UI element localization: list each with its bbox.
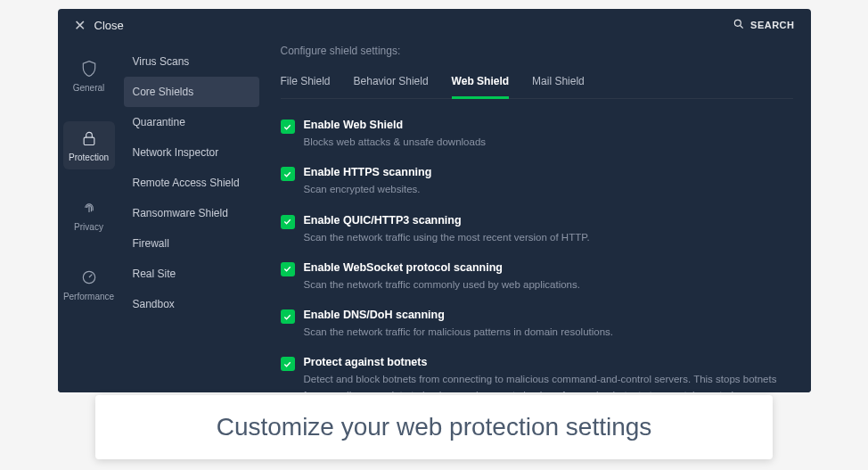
shield-icon (79, 59, 99, 78)
setting-title: Enable HTTPS scanning (304, 166, 793, 178)
close-label: Close (94, 19, 124, 32)
nav-label: General (73, 83, 105, 93)
setting-text: Protect against botnetsDetect and block … (304, 356, 793, 392)
setting-title: Enable WebSocket protocol scanning (304, 261, 793, 274)
sub-item-virus-scans[interactable]: Virus Scans (120, 46, 263, 77)
caption-card: Customize your web protection settings (95, 395, 773, 459)
close-icon: ✕ (74, 17, 86, 34)
setting-row: Protect against botnetsDetect and block … (281, 356, 793, 392)
setting-title: Enable Web Shield (304, 119, 793, 131)
setting-title: Enable DNS/DoH scanning (304, 309, 793, 321)
checkbox[interactable] (281, 167, 295, 181)
setting-row: Enable HTTPS scanningScan encrypted webs… (281, 166, 793, 197)
setting-text: Enable DNS/DoH scanningScan the network … (304, 309, 793, 340)
sub-item-remote-access-shield[interactable]: Remote Access Shield (120, 168, 263, 198)
nav-item-privacy[interactable]: Privacy (63, 191, 115, 239)
tab-behavior-shield[interactable]: Behavior Shield (354, 68, 429, 98)
setting-row: Enable WebSocket protocol scanningScan t… (281, 261, 793, 293)
setting-desc: Scan the network traffic using the most … (304, 230, 793, 245)
tab-mail-shield[interactable]: Mail Shield (532, 68, 585, 98)
setting-text: Enable HTTPS scanningScan encrypted webs… (304, 166, 793, 197)
content-panel: Configure shield settings: File ShieldBe… (263, 41, 811, 392)
setting-title: Enable QUIC/HTTP3 scanning (304, 214, 793, 227)
svg-rect-2 (84, 137, 94, 144)
checkbox[interactable] (281, 215, 295, 229)
setting-desc: Scan the network traffic commonly used b… (304, 277, 793, 293)
setting-desc: Blocks web attacks & unsafe downloads (304, 135, 793, 150)
caption-text: Customize your web protection settings (122, 413, 746, 441)
lock-icon (79, 128, 99, 148)
search-button[interactable]: SEARCH (733, 18, 794, 32)
setting-text: Enable QUIC/HTTP3 scanningScan the netwo… (304, 214, 793, 245)
setting-row: Enable Web ShieldBlocks web attacks & un… (281, 119, 793, 150)
sub-item-sandbox[interactable]: Sandbox (120, 289, 263, 319)
shield-tabs: File ShieldBehavior ShieldWeb ShieldMail… (281, 68, 793, 99)
setting-desc: Detect and block botnets from connecting… (304, 372, 793, 392)
tab-web-shield[interactable]: Web Shield (452, 68, 509, 98)
sub-item-real-site[interactable]: Real Site (120, 259, 263, 289)
setting-row: Enable DNS/DoH scanningScan the network … (281, 309, 793, 340)
close-button[interactable]: ✕ Close (74, 17, 124, 34)
app-window: ✕ Close SEARCH General Protection (58, 9, 811, 392)
sub-item-core-shields[interactable]: Core Shields (124, 77, 259, 107)
setting-desc: Scan encrypted websites. (304, 182, 793, 197)
fingerprint-icon (79, 198, 99, 218)
nav-label: Protection (69, 153, 109, 162)
setting-row: Enable QUIC/HTTP3 scanningScan the netwo… (281, 214, 793, 245)
sub-item-network-inspector[interactable]: Network Inspector (120, 137, 263, 168)
nav-label: Privacy (74, 222, 103, 232)
config-heading: Configure shield settings: (281, 41, 793, 68)
sub-item-ransomware-shield[interactable]: Ransomware Shield (120, 198, 263, 228)
sub-item-firewall[interactable]: Firewall (120, 228, 263, 259)
svg-point-0 (734, 20, 741, 26)
setting-text: Enable Web ShieldBlocks web attacks & un… (304, 119, 793, 150)
nav-rail: General Protection Privacy Performance (58, 41, 120, 392)
setting-text: Enable WebSocket protocol scanningScan t… (304, 261, 793, 293)
checkbox[interactable] (281, 262, 295, 276)
settings-list: Enable Web ShieldBlocks web attacks & un… (281, 119, 793, 392)
nav-item-general[interactable]: General (63, 52, 115, 100)
nav-item-performance[interactable]: Performance (63, 260, 115, 309)
sub-nav: Virus ScansCore ShieldsQuarantineNetwork… (120, 41, 263, 392)
svg-line-1 (741, 26, 743, 29)
gauge-icon (79, 268, 99, 287)
setting-title: Protect against botnets (304, 356, 793, 368)
checkbox[interactable] (281, 309, 295, 324)
search-label: SEARCH (750, 20, 794, 30)
sub-item-quarantine[interactable]: Quarantine (120, 107, 263, 137)
nav-label: Performance (63, 292, 114, 301)
tab-file-shield[interactable]: File Shield (281, 68, 331, 98)
checkbox[interactable] (281, 357, 295, 371)
main-area: General Protection Privacy Performance (58, 41, 811, 392)
search-icon (733, 18, 745, 32)
checkbox[interactable] (281, 120, 295, 134)
topbar: ✕ Close SEARCH (58, 9, 811, 41)
setting-desc: Scan the network traffic for malicious p… (304, 325, 793, 340)
nav-item-protection[interactable]: Protection (63, 121, 115, 169)
